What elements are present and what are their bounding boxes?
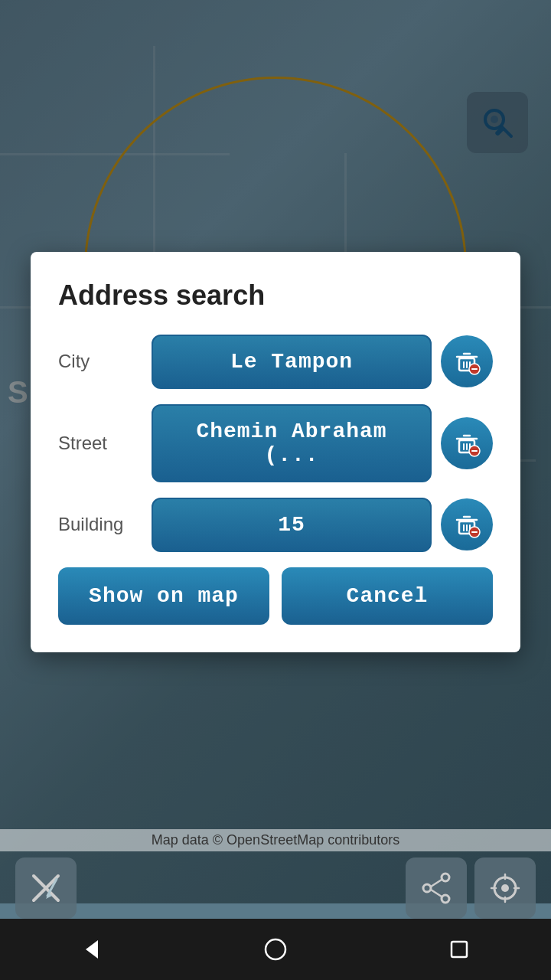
street-input[interactable]: Chemin Abraham (... [152, 404, 432, 482]
back-button[interactable] [69, 926, 115, 972]
map-attribution: Map data © OpenStreetMap contributors [0, 829, 551, 851]
city-row: City Le Tampon [58, 335, 493, 389]
street-delete-button[interactable] [441, 417, 493, 469]
building-delete-button[interactable] [441, 498, 493, 550]
city-label: City [58, 351, 142, 372]
cancel-button[interactable]: Cancel [282, 567, 493, 625]
show-on-map-button[interactable]: Show on map [58, 567, 269, 625]
building-row: Building 15 [58, 498, 493, 552]
home-button[interactable] [253, 926, 298, 972]
bottom-toolbar [0, 858, 551, 919]
city-input[interactable]: Le Tampon [152, 335, 432, 389]
building-input[interactable]: 15 [152, 498, 432, 552]
toolbar-right-buttons [406, 858, 536, 919]
tools-button[interactable] [15, 858, 77, 919]
building-label: Building [58, 514, 142, 535]
recents-button[interactable] [436, 926, 482, 972]
dialog-overlay: Address search City Le Tampon Stree [0, 0, 551, 903]
address-search-dialog: Address search City Le Tampon Stree [31, 252, 520, 652]
android-nav-bar [0, 919, 551, 980]
street-label: Street [58, 433, 142, 454]
svg-line-35 [431, 880, 442, 887]
dialog-title: Address search [58, 279, 493, 312]
city-delete-button[interactable] [441, 335, 493, 387]
svg-point-33 [442, 895, 449, 903]
location-button[interactable] [474, 858, 536, 919]
svg-point-32 [442, 874, 449, 881]
dialog-actions: Show on map Cancel [58, 567, 493, 625]
street-row: Street Chemin Abraham (... [58, 404, 493, 482]
svg-point-34 [423, 884, 431, 892]
svg-point-38 [501, 884, 509, 892]
svg-line-36 [431, 890, 442, 897]
share-button[interactable] [406, 858, 467, 919]
svg-marker-43 [86, 940, 98, 959]
svg-rect-45 [452, 942, 467, 957]
svg-point-44 [266, 939, 285, 959]
